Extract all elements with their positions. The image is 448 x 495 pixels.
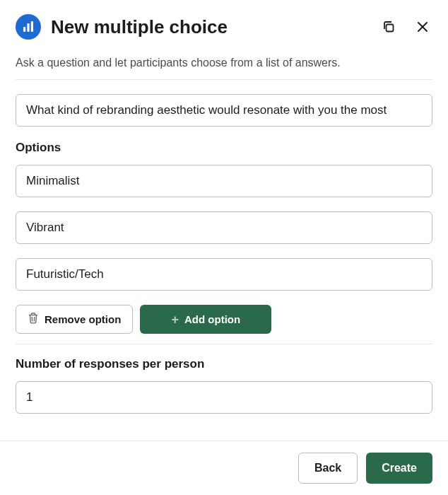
plus-icon: + (172, 313, 179, 326)
svg-rect-0 (23, 27, 25, 32)
svg-rect-1 (27, 23, 29, 32)
option-actions: Remove option + Add option (16, 305, 432, 334)
trash-icon (28, 312, 39, 327)
copy-icon[interactable] (379, 17, 399, 37)
option-input-0[interactable] (16, 165, 432, 197)
close-icon[interactable] (413, 17, 432, 37)
modal-title: New multiple choice (51, 16, 369, 38)
question-input[interactable] (16, 94, 432, 127)
remove-option-label: Remove option (45, 313, 121, 325)
create-button[interactable]: Create (366, 453, 432, 484)
modal-container: New multiple choice Ask a question and l… (0, 0, 448, 414)
option-input-1[interactable] (16, 211, 432, 244)
option-input-2[interactable] (16, 258, 432, 291)
poll-icon (16, 14, 41, 40)
section-divider (16, 344, 432, 344)
modal-footer: Back Create (0, 441, 448, 495)
responses-section: Number of responses per person (16, 357, 432, 414)
responses-input[interactable] (16, 381, 432, 414)
svg-rect-2 (31, 21, 33, 32)
remove-option-button[interactable]: Remove option (16, 305, 133, 334)
back-button[interactable]: Back (298, 453, 358, 484)
options-label: Options (16, 141, 432, 155)
svg-rect-3 (387, 25, 394, 32)
modal-description: Ask a question and let participants choo… (16, 57, 432, 80)
modal-header: New multiple choice (16, 14, 432, 40)
header-actions (379, 17, 432, 37)
responses-label: Number of responses per person (16, 357, 432, 371)
add-option-label: Add option (184, 313, 240, 325)
add-option-button[interactable]: + Add option (140, 305, 271, 334)
